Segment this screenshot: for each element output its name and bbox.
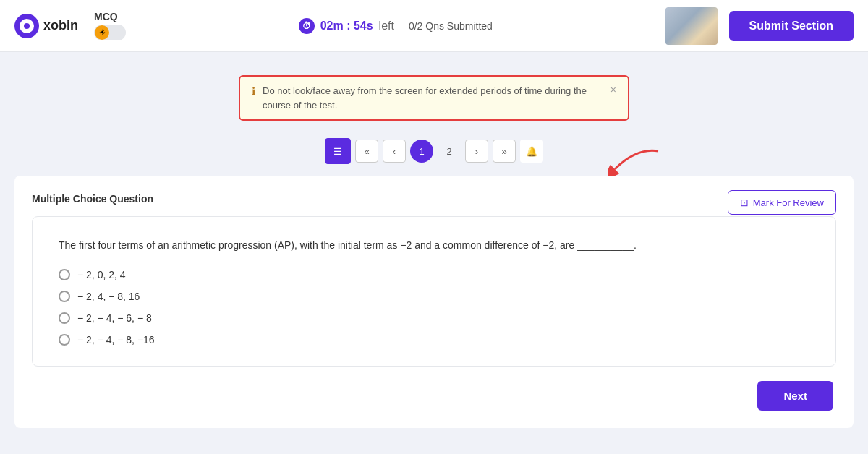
webcam-inner — [665, 7, 718, 45]
section-label: MCQ — [94, 12, 118, 22]
pagination-bell: 🔔 — [520, 140, 543, 163]
option-3-label: − 2, − 4, − 6, − 8 — [77, 312, 152, 324]
qns-submitted: 0/2 Qns Submitted — [409, 20, 493, 32]
mark-for-review-button[interactable]: ⊡ Mark For Review — [728, 190, 836, 215]
header-right: Submit Section — [665, 7, 854, 45]
pagination-page-2[interactable]: 2 — [438, 140, 461, 163]
option-3[interactable]: − 2, − 4, − 6, − 8 — [59, 312, 809, 324]
option-1[interactable]: − 2, 0, 2, 4 — [59, 269, 809, 280]
timer-display: 02m : 54s — [320, 20, 373, 33]
header-center: ⏱ 02m : 54s left 0/2 Qns Submitted — [299, 18, 493, 34]
option-4-label: − 2, − 4, − 8, −16 — [77, 334, 155, 346]
toggle-knob: ☀ — [95, 25, 109, 40]
option-2[interactable]: − 2, 4, − 8, 16 — [59, 291, 809, 302]
xobin-logo: xobin — [14, 14, 78, 38]
toggle-switch[interactable]: ☀ — [94, 25, 126, 40]
warning-banner: ℹ Do not look/face away from the screen … — [239, 75, 629, 121]
question-type-label: Multiple Choice Question — [32, 193, 836, 205]
question-card: Multiple Choice Question ⊡ Mark For Revi… — [14, 176, 854, 428]
question-box: The first four terms of an arithmetic pr… — [32, 216, 836, 367]
option-1-label: − 2, 0, 2, 4 — [77, 269, 126, 280]
pagination-next-next-button[interactable]: » — [493, 140, 516, 163]
warning-text: Do not look/face away from the screen fo… — [263, 84, 603, 112]
warning-close-button[interactable]: × — [610, 84, 616, 95]
options-list: − 2, 0, 2, 4 − 2, 4, − 8, 16 − 2, − 4, −… — [59, 269, 809, 346]
pagination-area: ☰ « ‹ 1 2 › » 🔔 — [0, 138, 868, 164]
radio-1[interactable] — [59, 269, 70, 280]
list-icon: ☰ — [333, 146, 342, 157]
pagination-prev-prev-button[interactable]: « — [355, 140, 378, 163]
logo-circle — [14, 14, 39, 38]
header-left: xobin MCQ ☀ — [14, 12, 126, 40]
header: xobin MCQ ☀ ⏱ 02m : 54s left 0/2 Qns Sub… — [0, 0, 868, 52]
main-content: Multiple Choice Question ⊡ Mark For Revi… — [0, 176, 868, 442]
timer: ⏱ 02m : 54s left — [299, 18, 394, 34]
submit-section-button[interactable]: Submit Section — [729, 11, 854, 41]
pagination-list-button[interactable]: ☰ — [325, 138, 351, 164]
logo-text: xobin — [43, 18, 78, 33]
webcam-preview — [665, 7, 718, 45]
radio-4[interactable] — [59, 334, 70, 346]
mcq-badge: MCQ ☀ — [94, 12, 126, 40]
warning-icon: ℹ — [252, 85, 255, 97]
radio-3[interactable] — [59, 312, 70, 324]
question-text: The first four terms of an arithmetic pr… — [59, 237, 809, 254]
logo-dot — [24, 23, 30, 29]
radio-2[interactable] — [59, 291, 70, 302]
bookmark-icon: ⊡ — [740, 197, 749, 208]
pagination-page-1[interactable]: 1 — [410, 140, 433, 163]
pagination-next-button[interactable]: › — [465, 140, 488, 163]
next-button[interactable]: Next — [757, 381, 833, 411]
pagination-prev-button[interactable]: ‹ — [383, 140, 406, 163]
logo-inner — [20, 19, 34, 33]
option-2-label: − 2, 4, − 8, 16 — [77, 291, 140, 302]
timer-icon: ⏱ — [299, 18, 315, 34]
option-4[interactable]: − 2, − 4, − 8, −16 — [59, 334, 809, 346]
footer-actions: Next — [32, 381, 836, 411]
timer-suffix: left — [379, 20, 394, 33]
mark-review-label: Mark For Review — [753, 197, 824, 208]
